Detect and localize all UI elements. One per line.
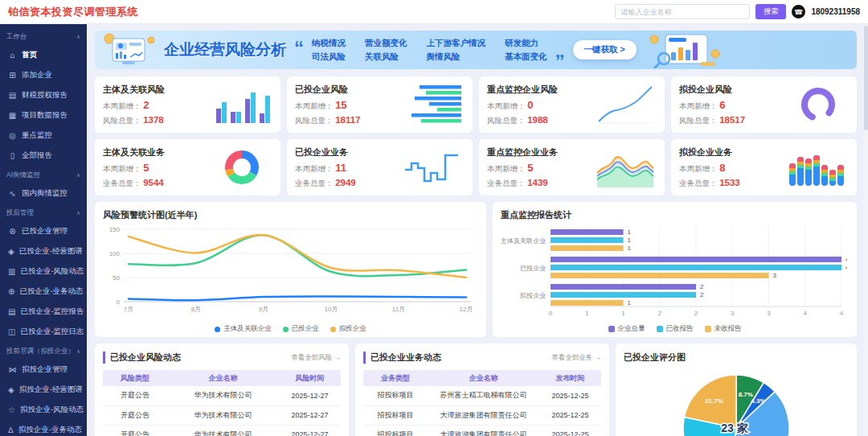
pulse-icon: ∿	[8, 189, 17, 198]
svg-text:50: 50	[113, 274, 120, 282]
legend-item[interactable]: 已投企业	[283, 324, 319, 334]
svg-text:拟投企业: 拟投企业	[519, 292, 546, 299]
user-phone: 18092311958	[811, 7, 860, 16]
one-click-get-button[interactable]: 一键获取 >	[573, 40, 637, 60]
chevron-up-icon: ∧	[76, 172, 80, 179]
stat-card-3: 拟投企业风险 本周新增： 6 风险总量： 18517	[671, 76, 857, 133]
sidebar-item[interactable]: ▯全部报告	[0, 146, 87, 166]
svg-text:3: 3	[767, 310, 771, 317]
sidebar-section-2[interactable]: 投后管理∧	[0, 204, 87, 221]
sidebar-section-3[interactable]: 投前尽调（拟投企业）∧	[0, 342, 87, 360]
svg-text:0: 0	[117, 298, 121, 306]
risk-analysis-banner: 企业经营风险分析 “ 纳税情况司法风险营业额变化关联风险上下游客户情况舆情风险研…	[95, 31, 857, 69]
legend-item[interactable]: 企业总量	[608, 324, 645, 334]
sidebar-item[interactable]: ▤已投企业-监控报告	[0, 302, 87, 322]
stat-card-2: 重点监控企业风险 本周新增： 0 风险总量： 1988	[479, 76, 665, 133]
pie-chart-title: 已投企业评分图	[624, 352, 849, 364]
sidebar-item[interactable]: ▥已投企业-风险动态	[0, 261, 87, 282]
legend-item[interactable]: 已收报告	[657, 324, 694, 334]
line-chart-title: 风险预警统计图(近半年)	[103, 209, 478, 221]
dashboard-illustration	[103, 32, 156, 68]
search-button[interactable]: 搜索	[755, 4, 786, 19]
view-all-business-link[interactable]: 查看全部业务 →	[551, 353, 601, 363]
risk-table-title: 已投企业风险动态	[103, 352, 181, 364]
sidebar-item[interactable]: ◈已投企业-经营图谱	[0, 241, 87, 261]
banner-item: 纳税情况	[312, 38, 346, 49]
svg-text:1: 1	[628, 299, 632, 306]
svg-text:1: 1	[585, 310, 589, 317]
table-row[interactable]: 开庭公告华为技术有限公司2025-12-27	[103, 386, 341, 405]
svg-text:10月: 10月	[325, 306, 338, 313]
banner-item: 上下游客户情况	[427, 38, 486, 49]
sidebar-item[interactable]: ▦项目数据报告	[0, 105, 87, 125]
sidebar-item[interactable]: ∿国内舆情监控	[0, 183, 87, 204]
stat-new-value: 6	[719, 99, 725, 111]
sidebar: 工作台∧⌂首页⊞添加企业▤财税授权报告▦项目数据报告◎重点监控▯全部报告AI舆情…	[0, 24, 87, 436]
search-input[interactable]	[615, 4, 750, 19]
svg-text:7月: 7月	[124, 306, 133, 313]
business-table: 业务类型企业名称发布时间招投标项目苏州富士精工电梯有限公司2025-12-25招…	[363, 370, 601, 436]
table-row[interactable]: 开庭公告华为技术有限公司2025-12-27	[103, 425, 341, 436]
sidebar-item[interactable]: ⋈拟投企业管理	[0, 360, 87, 380]
tax-report-icon: ▤	[8, 91, 17, 100]
sidebar-section-1[interactable]: AI舆情监控∧	[0, 166, 87, 183]
log-icon: ◫	[8, 327, 15, 336]
table-row[interactable]: 招投标项目大理旅游集团有限责任公司2025-12-25	[363, 405, 601, 425]
table-row[interactable]: 招投标项目苏州富士精工电梯有限公司2025-12-25	[363, 386, 601, 405]
sidebar-item[interactable]: ⊛已投企业管理	[0, 221, 87, 241]
risk-doc-icon: ▥	[8, 267, 15, 276]
sidebar-item[interactable]: ▤财税授权报告	[0, 85, 87, 105]
sidebar-item[interactable]: ⊞添加企业	[0, 65, 87, 85]
user-avatar[interactable]: ☎	[792, 5, 805, 19]
business-globe-icon: ⊕	[8, 287, 14, 296]
svg-text:2: 2	[700, 291, 704, 298]
stat-new-value: 8	[719, 162, 725, 174]
table-row[interactable]: 开庭公告华为技术有限公司2025-12-27	[103, 405, 341, 425]
view-all-risks-link[interactable]: 查看全部风险 →	[291, 353, 341, 363]
table-header: 风险类型	[103, 370, 167, 386]
sidebar-item[interactable]: ◎重点监控	[0, 125, 87, 146]
quote-open: “	[294, 44, 304, 56]
legend-item[interactable]: 主体及关联企业	[215, 324, 272, 334]
sidebar-item[interactable]: ⊕已投企业-业务动态	[0, 282, 87, 302]
invested-risk-table-panel: 已投企业风险动态 查看全部风险 → 风险类型企业名称风险时间开庭公告华为技术有限…	[95, 343, 349, 436]
stat-total-value: 18117	[335, 115, 360, 125]
legend-marker	[283, 327, 289, 332]
sidebar-item[interactable]: ☆拟投企业-风险动态	[0, 400, 87, 420]
page-scrollbar[interactable]	[864, 24, 868, 436]
stat-card-title: 重点监控企业业务	[487, 146, 558, 158]
stat-new-value: 5	[527, 162, 533, 174]
stat-new-value: 5	[143, 162, 149, 174]
sidebar-section-0[interactable]: 工作台∧	[0, 27, 87, 45]
banner-item: 营业额变化	[365, 38, 407, 49]
stat-card-title: 拟投企业风险	[679, 84, 745, 96]
table-row[interactable]: 招投标项目大理旅游集团有限责任公司2025-12-25	[363, 425, 601, 436]
stat-total-value: 1988	[527, 115, 548, 125]
svg-text:1: 1	[628, 237, 632, 244]
stat-total-value: 1533	[719, 178, 740, 187]
sidebar-item[interactable]: ⌂首页	[0, 45, 87, 65]
stat-card-title: 主体及关联风险	[103, 84, 165, 96]
sidebar-item[interactable]: ∆拟投企业-业务动态	[0, 420, 87, 436]
stat-card-title: 重点监控企业风险	[487, 84, 558, 96]
stat-new-value: 15	[335, 99, 346, 111]
graph-icon: ◈	[8, 247, 14, 256]
risk-warning-line-chart-card: 风险预警统计图(近半年) 0501001507月8月9月10月11月12月 主体…	[95, 202, 486, 337]
banner-item: 基本面变化	[505, 51, 547, 63]
svg-text:150: 150	[109, 226, 121, 233]
stat-total-value: 1439	[527, 178, 548, 187]
legend-item[interactable]: 拟投企业	[330, 324, 366, 334]
sidebar-item[interactable]: ◈拟投企业-经营图谱	[0, 380, 87, 400]
svg-text:2: 2	[700, 283, 704, 290]
stat-card-title: 拟投企业业务	[679, 146, 740, 158]
svg-text:2: 2	[694, 310, 698, 317]
star-icon: ☆	[8, 405, 15, 414]
sidebar-item[interactable]: ◫已投企业-监控日志	[0, 322, 87, 342]
legend-item[interactable]: 未收报告	[705, 324, 742, 334]
scrollbar-thumb[interactable]	[864, 26, 868, 130]
stat-card-6: 重点监控企业业务 本周新增： 5 业务总量： 1439	[479, 139, 665, 195]
svg-text:1: 1	[628, 245, 632, 252]
stat-card-5: 已投企业业务 本周新增： 11 业务总量： 2949	[287, 139, 473, 195]
ring-mini-chart	[788, 83, 849, 126]
table-header: 发布时间	[539, 370, 601, 386]
